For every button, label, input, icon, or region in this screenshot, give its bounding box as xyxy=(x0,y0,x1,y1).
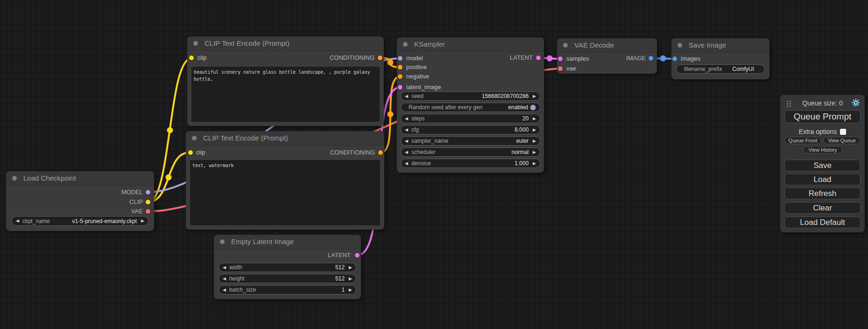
node-title-bar[interactable]: Empty Latent Image xyxy=(214,235,361,249)
cfg-widget[interactable]: ◀ cfg 8.000 ▶ xyxy=(401,125,540,134)
input-port-vae[interactable] xyxy=(558,66,563,71)
output-port-latent[interactable] xyxy=(355,253,360,258)
decrement-arrow-icon[interactable]: ◀ xyxy=(405,128,408,132)
input-label-images: images xyxy=(681,56,700,62)
load-default-button[interactable]: Load Default xyxy=(784,217,861,228)
denoise-widget[interactable]: ◀ denoise 1.000 ▶ xyxy=(401,159,540,168)
node-title-bar[interactable]: CLIP Text Encode (Prompt) xyxy=(187,36,384,51)
view-queue-button[interactable]: View Queue xyxy=(823,137,861,144)
node-title: Save Image xyxy=(689,41,726,49)
widget-label: sampler_name xyxy=(411,138,448,144)
filename-prefix-widget[interactable]: filename_prefix ComfyUI xyxy=(676,64,765,74)
node-vae-decode[interactable]: VAE Decode samples vae IMAGE xyxy=(557,38,657,74)
decrement-arrow-icon[interactable]: ◀ xyxy=(405,161,408,166)
widget-label: ckpt_name xyxy=(22,218,50,224)
next-option-arrow-icon[interactable]: ▶ xyxy=(533,150,536,154)
settings-gear-icon[interactable] xyxy=(852,98,860,107)
refresh-button[interactable]: Refresh xyxy=(784,188,861,199)
widget-label: denoise xyxy=(411,160,431,167)
input-port-positive[interactable] xyxy=(398,65,402,70)
node-collapse-dot[interactable] xyxy=(220,239,225,244)
node-collapse-dot[interactable] xyxy=(403,42,408,47)
node-empty-latent-image[interactable]: Empty Latent Image LATENT ◀ width 512 ▶ … xyxy=(214,235,361,299)
prompt-textarea[interactable]: beautiful scenery nature glass bottle la… xyxy=(191,67,380,122)
widget-value: 512 xyxy=(335,264,345,271)
node-save-image[interactable]: Save Image images filename_prefix ComfyU… xyxy=(671,38,769,79)
load-button[interactable]: Load xyxy=(784,174,861,185)
node-ksampler[interactable]: KSampler model positive negative latent_… xyxy=(397,37,544,173)
seed-widget[interactable]: ◀ seed 156680208700286 ▶ xyxy=(401,91,540,101)
random-seed-toggle-widget[interactable]: Random seed after every gen enabled xyxy=(401,103,540,112)
input-label-latent-image: latent_image xyxy=(406,84,441,91)
output-port-image[interactable] xyxy=(649,56,653,61)
increment-arrow-icon[interactable]: ▶ xyxy=(533,117,536,121)
node-title: Empty Latent Image xyxy=(231,238,294,245)
increment-arrow-icon[interactable]: ▶ xyxy=(533,161,536,166)
decrement-arrow-icon[interactable]: ◀ xyxy=(405,117,408,121)
output-port-conditioning[interactable] xyxy=(378,150,383,155)
decrement-arrow-icon[interactable]: ◀ xyxy=(405,94,408,98)
input-port-model[interactable] xyxy=(398,56,402,61)
next-option-arrow-icon[interactable]: ▶ xyxy=(141,219,144,223)
input-label-positive: positive xyxy=(406,64,427,70)
widget-value: 1.000 xyxy=(515,160,529,167)
input-label-clip: clip xyxy=(198,55,207,61)
increment-arrow-icon[interactable]: ▶ xyxy=(349,288,352,292)
node-title: VAE Decode xyxy=(574,41,614,49)
input-port-clip[interactable] xyxy=(189,56,194,60)
node-graph-canvas[interactable]: CLIP Text Encode (Prompt) clip CONDITION… xyxy=(0,0,868,329)
input-port-negative[interactable] xyxy=(398,74,402,79)
node-load-checkpoint[interactable]: Load Checkpoint MODEL CLIP VAE ◀ ckpt_na… xyxy=(6,171,154,231)
prompt-textarea[interactable]: text, watermark xyxy=(190,160,380,225)
height-widget[interactable]: ◀ height 512 ▶ xyxy=(219,274,356,283)
view-history-button[interactable]: View History xyxy=(803,146,842,154)
increment-arrow-icon[interactable]: ▶ xyxy=(533,128,536,132)
toggle-knob[interactable] xyxy=(530,105,536,111)
node-title-bar[interactable]: Load Checkpoint xyxy=(6,171,154,186)
decrement-arrow-icon[interactable]: ◀ xyxy=(223,277,226,281)
clear-button[interactable]: Clear xyxy=(784,202,861,214)
node-clip-text-encode-positive[interactable]: CLIP Text Encode (Prompt) clip CONDITION… xyxy=(187,36,384,126)
steps-widget[interactable]: ◀ steps 20 ▶ xyxy=(401,114,540,123)
next-option-arrow-icon[interactable]: ▶ xyxy=(533,139,536,143)
output-port-conditioning[interactable] xyxy=(378,56,382,60)
output-port-latent[interactable] xyxy=(536,56,541,60)
batch-size-widget[interactable]: ◀ batch_size 1 ▶ xyxy=(219,285,356,294)
node-collapse-dot[interactable] xyxy=(192,136,197,140)
prev-option-arrow-icon[interactable]: ◀ xyxy=(405,150,408,154)
node-collapse-dot[interactable] xyxy=(563,43,568,48)
node-collapse-dot[interactable] xyxy=(193,41,198,46)
node-title-bar[interactable]: VAE Decode xyxy=(557,38,657,53)
queue-prompt-button[interactable]: Queue Prompt xyxy=(784,110,861,123)
increment-arrow-icon[interactable]: ▶ xyxy=(349,266,352,270)
input-port-images[interactable] xyxy=(672,56,677,61)
node-title-bar[interactable]: CLIP Text Encode (Prompt) xyxy=(186,131,384,146)
input-port-clip[interactable] xyxy=(188,150,193,155)
node-title-bar[interactable]: Save Image xyxy=(671,38,769,53)
widget-value: 156680208700286 xyxy=(482,93,529,99)
output-port-vae[interactable] xyxy=(146,209,150,214)
ckpt-name-widget[interactable]: ◀ ckpt_name v1-5-pruned-emaonly.ckpt ▶ xyxy=(12,216,148,226)
increment-arrow-icon[interactable]: ▶ xyxy=(349,277,352,281)
scheduler-widget[interactable]: ◀ scheduler normal ▶ xyxy=(401,147,540,157)
node-collapse-dot[interactable] xyxy=(677,43,682,48)
output-port-clip[interactable] xyxy=(146,200,150,204)
sampler-name-widget[interactable]: ◀ sampler_name euler ▶ xyxy=(401,136,540,146)
queue-front-button[interactable]: Queue Front xyxy=(784,137,821,144)
extra-options-checkbox[interactable] xyxy=(840,129,846,135)
increment-arrow-icon[interactable]: ▶ xyxy=(533,94,536,98)
output-port-model[interactable] xyxy=(146,190,150,195)
node-collapse-dot[interactable] xyxy=(12,176,17,181)
width-widget[interactable]: ◀ width 512 ▶ xyxy=(219,263,356,272)
input-port-samples[interactable] xyxy=(558,56,563,61)
prev-option-arrow-icon[interactable]: ◀ xyxy=(405,139,408,143)
save-button[interactable]: Save xyxy=(784,160,861,171)
prev-option-arrow-icon[interactable]: ◀ xyxy=(16,219,19,223)
decrement-arrow-icon[interactable]: ◀ xyxy=(223,288,226,292)
node-title-bar[interactable]: KSampler xyxy=(397,37,544,52)
decrement-arrow-icon[interactable]: ◀ xyxy=(223,266,226,270)
widget-label: scheduler xyxy=(411,149,436,155)
node-clip-text-encode-negative[interactable]: CLIP Text Encode (Prompt) clip CONDITION… xyxy=(186,131,384,230)
input-label-negative: negative xyxy=(406,73,429,80)
input-port-latent-image[interactable] xyxy=(398,85,402,90)
